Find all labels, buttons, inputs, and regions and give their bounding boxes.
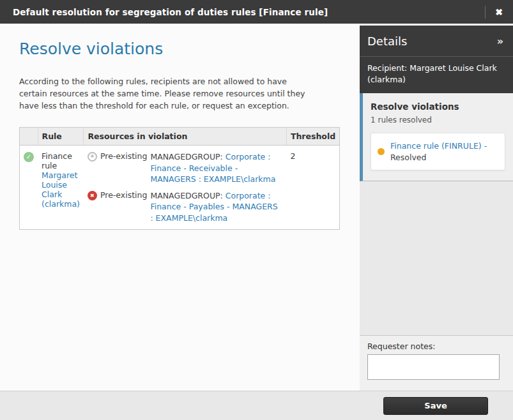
resource-text: MANAGEDGROUP: Corporate : Finance - Paya… bbox=[150, 190, 282, 223]
section-title: Resolve violations bbox=[371, 101, 505, 112]
close-icon[interactable]: ✖ bbox=[495, 8, 503, 17]
collapse-chevron-icon[interactable]: » bbox=[497, 35, 503, 47]
resolved-check-icon: ✓ bbox=[24, 152, 34, 162]
resource-state: Pre-existing bbox=[100, 151, 147, 161]
column-header-resources: Resources in violation bbox=[84, 128, 286, 146]
rule-status-card[interactable]: Finance rule (FINRULE) - Resolved bbox=[371, 133, 505, 170]
rule-status-text: Finance rule (FINRULE) - Resolved bbox=[390, 140, 498, 163]
resource-state: Pre-existing bbox=[100, 190, 147, 200]
resource-entry: ✱ Pre-existing MANAGEDGROUP: Corporate :… bbox=[88, 151, 282, 184]
table-header-row: Rule Resources in violation Threshold bbox=[20, 128, 340, 146]
remove-icon[interactable]: ✖ bbox=[88, 191, 97, 200]
titlebar-divider bbox=[485, 6, 486, 19]
table-row: ✓ Finance rule Margaret Louise Clark (cl… bbox=[20, 146, 340, 230]
modal-body: Resolve violations According to the foll… bbox=[0, 26, 513, 391]
modal-title: Default resolution for segregation of du… bbox=[13, 7, 485, 17]
modal-footer: Save bbox=[0, 391, 513, 420]
rule-status-suffix: Resolved bbox=[390, 153, 426, 162]
recipient-label: Recipient: Margaret Louise Clark (clarkm… bbox=[360, 56, 513, 93]
resource-text: MANAGEDGROUP: Corporate : Finance - Rece… bbox=[150, 151, 282, 184]
status-dot-icon bbox=[378, 148, 385, 155]
violations-table: Rule Resources in violation Threshold ✓ … bbox=[19, 127, 340, 230]
rules-resolved-count: 1 rules resolved bbox=[371, 116, 505, 124]
requester-notes-section: Requester notes: bbox=[360, 335, 513, 391]
modal-titlebar: Default resolution for segregation of du… bbox=[0, 0, 513, 26]
details-sidebar: Details » Recipient: Margaret Louise Cla… bbox=[360, 26, 513, 391]
rule-status-link[interactable]: Finance rule (FINRULE) - bbox=[390, 141, 487, 151]
column-header-rule: Rule bbox=[38, 128, 84, 146]
rule-cell: Finance rule Margaret Louise Clark (clar… bbox=[38, 146, 84, 230]
resource-type-label: MANAGEDGROUP: bbox=[150, 152, 222, 161]
save-button[interactable]: Save bbox=[383, 397, 488, 415]
main-panel: Resolve violations According to the foll… bbox=[0, 26, 360, 391]
resources-cell: ✱ Pre-existing MANAGEDGROUP: Corporate :… bbox=[84, 146, 286, 230]
details-header: Details » bbox=[360, 26, 513, 56]
modal-window: Default resolution for segregation of du… bbox=[0, 0, 513, 420]
page-title: Resolve violations bbox=[19, 40, 341, 58]
sidebar-spacer bbox=[360, 181, 513, 335]
requester-notes-label: Requester notes: bbox=[367, 341, 505, 351]
column-header-status bbox=[20, 128, 38, 146]
status-cell: ✓ bbox=[20, 146, 38, 230]
resource-type-label: MANAGEDGROUP: bbox=[150, 191, 222, 200]
resolve-violations-section: Resolve violations 1 rules resolved Fina… bbox=[360, 93, 513, 181]
requester-notes-input[interactable] bbox=[367, 354, 500, 380]
recipient-link[interactable]: Margaret Louise Clark (clarkma) bbox=[42, 170, 80, 209]
disabled-remove-icon: ✱ bbox=[88, 152, 97, 161]
column-header-threshold: Threshold bbox=[286, 128, 339, 146]
details-title: Details bbox=[367, 34, 407, 48]
instructions-text: According to the following rules, recipi… bbox=[19, 76, 314, 112]
rule-name: Finance rule bbox=[42, 151, 72, 170]
threshold-cell: 2 bbox=[286, 146, 339, 230]
resource-entry: ✖ Pre-existing MANAGEDGROUP: Corporate :… bbox=[88, 190, 282, 223]
